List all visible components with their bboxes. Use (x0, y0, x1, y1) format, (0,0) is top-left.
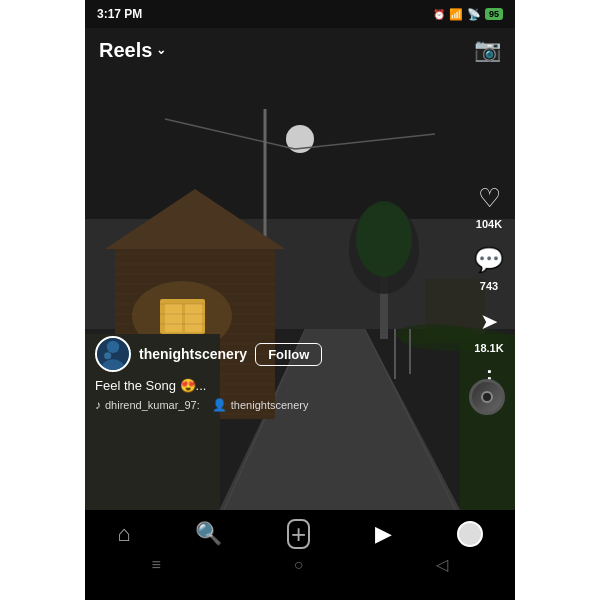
status-time: 3:17 PM (97, 7, 142, 21)
music-user-item: 👤 thenightscenery (212, 398, 309, 412)
nav-circle-icon: ○ (294, 556, 304, 574)
phone-frame: 3:17 PM ⏰ 📶 📡 95 Reels ⌄ 📷 (85, 0, 515, 600)
reels-icon[interactable]: ▶ (375, 521, 392, 547)
profile-avatar[interactable] (457, 521, 483, 547)
music-disc-inner (481, 391, 493, 403)
comment-action[interactable]: 💬 743 (471, 242, 507, 292)
bottom-overlay: thenightscenery Follow Feel the Song 😍..… (85, 336, 463, 420)
nav-profile[interactable] (457, 521, 483, 547)
like-action[interactable]: ♡ 104K (471, 180, 507, 230)
share-icon[interactable]: ➤ (471, 304, 507, 340)
svg-point-31 (104, 352, 111, 359)
nav-lines-icon: ≡ (151, 556, 160, 574)
user-row: thenightscenery Follow (95, 336, 453, 372)
bottom-nav: ⌂ 🔍 + ▶ ≡ ○ ◁ (85, 510, 515, 580)
status-icons: ⏰ 📶 📡 95 (433, 8, 503, 21)
right-actions-panel: ♡ 104K 💬 743 ➤ 18.1K ⋮ (471, 180, 507, 390)
nav-items: ⌂ 🔍 + ▶ (85, 510, 515, 551)
like-count: 104K (476, 218, 502, 230)
music-track-item: ♪ dhirend_kumar_97: (95, 398, 200, 412)
signal-icon: 📶 (449, 8, 463, 21)
header: Reels ⌄ 📷 (85, 28, 515, 72)
nav-home[interactable]: ⌂ (117, 521, 130, 547)
caption-text: Feel the Song 😍... (95, 378, 453, 393)
camera-icon[interactable]: 📷 (474, 37, 501, 63)
username-label: thenightscenery (139, 346, 247, 362)
music-disc[interactable] (469, 379, 505, 415)
music-note-icon: ♪ (95, 398, 101, 412)
status-bar: 3:17 PM ⏰ 📶 📡 95 (85, 0, 515, 28)
alarm-icon: ⏰ (433, 9, 445, 20)
person-icon: 👤 (212, 398, 227, 412)
video-area[interactable]: ♡ 104K 💬 743 ➤ 18.1K ⋮ (85, 28, 515, 510)
nav-back-icon: ◁ (436, 555, 448, 574)
header-title-group[interactable]: Reels ⌄ (99, 39, 166, 62)
music-track-label: dhirend_kumar_97: (105, 399, 200, 411)
comment-icon[interactable]: 💬 (471, 242, 507, 278)
svg-point-19 (356, 201, 412, 277)
share-count: 18.1K (474, 342, 503, 354)
music-user-label: thenightscenery (231, 399, 309, 411)
nav-add[interactable]: + (287, 519, 310, 549)
avatar[interactable] (95, 336, 131, 372)
comment-count: 743 (480, 280, 498, 292)
svg-point-29 (107, 341, 119, 353)
chevron-down-icon[interactable]: ⌄ (156, 43, 166, 57)
follow-button[interactable]: Follow (255, 343, 322, 366)
add-icon[interactable]: + (287, 519, 310, 549)
nav-search[interactable]: 🔍 (195, 521, 222, 547)
search-icon[interactable]: 🔍 (195, 521, 222, 547)
nav-bottom-bar: ≡ ○ ◁ (85, 551, 515, 580)
share-action[interactable]: ➤ 18.1K (471, 304, 507, 354)
home-icon[interactable]: ⌂ (117, 521, 130, 547)
nav-reels[interactable]: ▶ (375, 521, 392, 547)
wifi-icon: 📡 (467, 8, 481, 21)
battery-indicator: 95 (485, 8, 503, 20)
reels-title: Reels (99, 39, 152, 62)
heart-icon[interactable]: ♡ (471, 180, 507, 216)
music-row: ♪ dhirend_kumar_97: 👤 thenightscenery (95, 398, 453, 412)
